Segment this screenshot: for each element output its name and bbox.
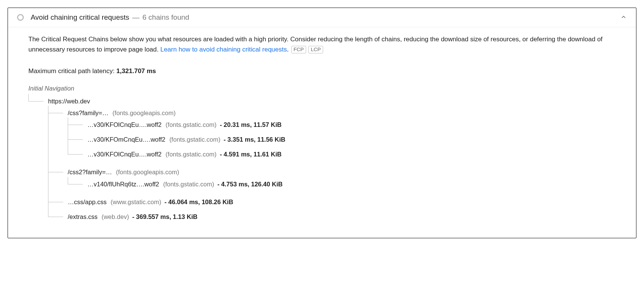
node-origin: (fonts.gstatic.com) (170, 136, 221, 143)
node-path: …v30/KFOmCnqEu….woff2 (87, 136, 165, 143)
node-origin: (fonts.gstatic.com) (166, 121, 217, 128)
audit-header[interactable]: Avoid chaining critical requests — 6 cha… (8, 8, 636, 27)
metric-tag-fcp: FCP (291, 46, 306, 53)
audit-title: Avoid chaining critical requests (31, 13, 129, 22)
tree-node: /extras.css (web.dev) - 369.557 ms, 1.13… (61, 209, 616, 224)
tree-node: …v30/KFOlCnqEu….woff2 (fonts.gstatic.com… (81, 117, 616, 132)
node-stats: - 46.064 ms, 108.26 KiB (165, 198, 233, 205)
tree-node: …v140/flUhRq6tz….woff2 (fonts.gstatic.co… (81, 177, 616, 192)
node-path: /css2?family=… (68, 169, 112, 175)
tree-node: /css?family=… (fonts.googleapis.com) …v3… (61, 106, 616, 165)
request-chain-tree: Initial Navigation https://web.dev /css?… (28, 83, 616, 227)
metric-tag-lcp: LCP (308, 46, 323, 53)
tree-node: /css2?family=… (fonts.googleapis.com) …v… (61, 165, 616, 194)
learn-more-link[interactable]: Learn how to avoid chaining critical req… (160, 46, 287, 53)
node-path: …css/app.css (68, 198, 107, 205)
chevron-up-icon[interactable] (620, 14, 627, 22)
node-path: https://web.dev (48, 98, 90, 105)
node-stats: - 369.557 ms, 1.13 KiB (132, 213, 198, 220)
tree-node: …v30/KFOmCnqEu….woff2 (fonts.gstatic.com… (81, 132, 616, 147)
node-origin: (web.dev) (101, 213, 129, 220)
node-origin: (fonts.gstatic.com) (166, 151, 217, 158)
description-suffix: . (287, 46, 289, 53)
audit-body: The Critical Request Chains below show y… (8, 27, 636, 238)
tree-root-label: Initial Navigation (28, 83, 616, 93)
node-path: …v30/KFOlCnqEu….woff2 (87, 121, 162, 128)
audit-subtitle: 6 chains found (143, 13, 190, 22)
node-stats: - 20.31 ms, 11.57 KiB (220, 121, 282, 128)
audit-description: The Critical Request Chains below show y… (28, 34, 616, 55)
tree-node: …css/app.css (www.gstatic.com) - 46.064 … (61, 195, 616, 209)
node-path: …v140/flUhRq6tz….woff2 (87, 181, 159, 188)
tree-node-root-url: https://web.dev /css?family=… (fonts.goo… (41, 94, 616, 227)
latency-value: 1,321.707 ms (116, 67, 156, 75)
node-path: /extras.css (68, 213, 98, 220)
node-path: …v30/KFOlCnqEu….woff2 (87, 151, 162, 158)
latency-label: Maximum critical path latency: (28, 67, 116, 75)
node-path: /css?family=… (68, 109, 109, 116)
status-circle-icon (17, 14, 24, 21)
node-origin: (fonts.gstatic.com) (163, 181, 214, 188)
node-stats: - 3.351 ms, 11.56 KiB (224, 136, 285, 143)
node-stats: - 4.753 ms, 126.40 KiB (218, 181, 283, 188)
node-origin: (fonts.googleapis.com) (116, 169, 179, 175)
max-latency: Maximum critical path latency: 1,321.707… (28, 66, 616, 76)
audit-separator: — (132, 13, 140, 22)
audit-card: Avoid chaining critical requests — 6 cha… (8, 8, 636, 238)
tree-node: …v30/KFOlCnqEu….woff2 (fonts.gstatic.com… (81, 147, 616, 162)
node-stats: - 4.591 ms, 11.61 KiB (220, 151, 282, 158)
node-origin: (fonts.googleapis.com) (112, 109, 176, 116)
node-origin: (www.gstatic.com) (110, 198, 161, 205)
